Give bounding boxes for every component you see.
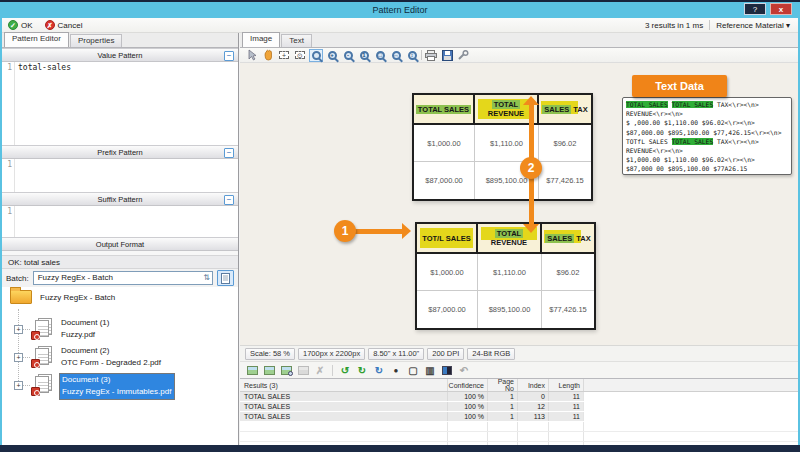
table-cell: $96.02 — [539, 125, 591, 161]
prefix-pattern-editor[interactable]: 1 — [2, 159, 238, 192]
view-document-button[interactable] — [217, 270, 234, 286]
header-line: TOTAL — [495, 229, 523, 238]
header-text: REVENUE — [488, 109, 524, 118]
suffix-pattern-editor[interactable]: 1 — [2, 206, 238, 237]
document-label[interactable]: Document (1)Fuzzy.pdf — [59, 317, 112, 342]
pattern-editor-window: Pattern Editor ? x ✓ OK ✗ Cancel 3 resul… — [0, 0, 800, 452]
image-canvas[interactable]: TOTAL SALESTOTALREVENUESALES TAX$1,000.0… — [240, 63, 798, 345]
collapse-icon[interactable]: − — [224, 148, 234, 158]
tab-text[interactable]: Text — [281, 34, 312, 47]
batch-value: Fuzzy RegEx - Batch — [38, 273, 113, 282]
save-icon[interactable] — [440, 49, 454, 62]
tab-image[interactable]: Image — [242, 32, 280, 47]
ok-check-icon: ✓ — [8, 20, 18, 30]
pdf-icon — [31, 387, 40, 396]
text-data-line: $87,000 00 $895,100.00 $77A26.15 — [626, 164, 788, 173]
tab-pattern-editor[interactable]: Pattern Editor — [4, 32, 69, 47]
rotate-cw-icon[interactable]: ↻ — [355, 364, 369, 377]
text-data-segment: TOTfL SALES — [626, 138, 672, 145]
zoom-out-icon[interactable]: - — [341, 49, 355, 62]
document-stack-icon — [33, 374, 53, 393]
expand-icon[interactable]: + — [14, 381, 23, 390]
output-format-title: Output Format — [96, 240, 144, 249]
document-title: Document (1) — [61, 317, 109, 329]
expand-icon[interactable]: + — [14, 353, 23, 362]
rotate-ccw-icon[interactable]: ↺ — [338, 364, 352, 377]
window-border-left — [0, 18, 2, 452]
expand-icon[interactable]: + — [14, 325, 23, 334]
results-title: Results (3) — [240, 382, 447, 389]
titlebar[interactable]: Pattern Editor ? x — [0, 0, 800, 18]
document-filename: OTC Form - Degraded 2.pdf — [61, 357, 161, 369]
collapse-icon[interactable]: − — [224, 51, 234, 61]
cancel-button[interactable]: ✗ Cancel — [39, 18, 89, 32]
pan-hand-icon[interactable] — [261, 49, 275, 62]
value-pattern-editor[interactable]: 1 total-sales — [2, 62, 238, 145]
text-data-line: $ ,000.00 $1,110.00 $96.02<\r><\n> — [626, 118, 788, 127]
zoom-fit-height-icon[interactable]: ↕ — [405, 49, 419, 62]
ok-button[interactable]: ✓ OK — [2, 18, 39, 32]
edit-image-icon[interactable] — [262, 364, 276, 377]
result-cell: 0 — [517, 392, 548, 401]
result-cell: TOTAL SALES — [240, 403, 447, 410]
result-cell: 1 — [487, 402, 517, 411]
batch-selector[interactable]: Fuzzy RegEx - Batch ⇅ — [33, 271, 213, 285]
refresh-icon[interactable]: ↻ — [372, 364, 386, 377]
despeckle-icon[interactable]: ● — [389, 364, 403, 377]
results-column-header: Index — [517, 379, 548, 391]
tab-properties[interactable]: Properties — [70, 34, 122, 47]
viewer-tabbar: ImageText — [240, 33, 798, 48]
inspect-image-icon[interactable] — [279, 364, 293, 377]
result-cell: TOTAL SALES — [240, 393, 447, 400]
tree-document-item[interactable]: +Document (2)OTC Form - Degraded 2.pdf — [2, 343, 236, 371]
select-region-icon[interactable]: + — [277, 49, 291, 62]
invert-icon[interactable] — [440, 364, 454, 377]
tree-document-item[interactable]: +Document (3)Fuzzy RegEx - Immutables.pd… — [2, 371, 236, 399]
result-row[interactable]: TOTAL SALES100 %1011 — [240, 392, 798, 402]
toolbar-separator — [709, 20, 710, 30]
empty-cell — [583, 432, 798, 441]
prefix-pattern-title: Prefix Pattern — [97, 148, 142, 157]
reference-material-label: Reference Material — [716, 21, 784, 30]
results-column-header: Page No — [487, 379, 517, 391]
tree-root-node[interactable]: Fuzzy RegEx - Batch — [10, 290, 115, 304]
zoom-region-icon[interactable]: ⊙ — [293, 49, 307, 62]
toolbar-separator — [332, 365, 333, 376]
result-row[interactable]: TOTAL SALES100 %111311 — [240, 412, 798, 422]
export-image-icon[interactable] — [245, 364, 259, 377]
tree-document-item[interactable]: +Document (1)Fuzzy.pdf — [2, 315, 236, 343]
zoom-fit-icon[interactable]: □ — [373, 49, 387, 62]
result-row[interactable]: TOTAL SALES100 %11211 — [240, 402, 798, 412]
print-icon[interactable] — [424, 49, 438, 62]
header-line: SALES TAX — [545, 234, 591, 243]
close-button[interactable]: x — [770, 3, 792, 15]
table-row: $87,000.00$895,100.00$77,426.15 — [414, 162, 591, 199]
collapse-icon[interactable]: − — [224, 195, 234, 205]
table-cell: $96.02 — [542, 254, 594, 290]
zoom-in-icon[interactable]: + — [325, 49, 339, 62]
batch-tree: Fuzzy RegEx - Batch +Document (1)Fuzzy.p… — [2, 287, 238, 445]
zoom-fit-width-icon[interactable]: ↔ — [389, 49, 403, 62]
document-label[interactable]: Document (2)OTC Form - Degraded 2.pdf — [59, 345, 164, 370]
result-cell: 12 — [517, 402, 548, 411]
zoom-tool-icon[interactable] — [309, 49, 323, 62]
output-format-header[interactable]: Output Format — [2, 237, 238, 251]
result-row-filler — [583, 392, 798, 401]
tools-icon[interactable] — [456, 49, 470, 62]
header-text: REVENUE — [491, 238, 527, 247]
reference-material-dropdown[interactable]: Reference Material ▾ — [716, 21, 790, 30]
layers-icon[interactable]: ▥ — [423, 364, 437, 377]
pointer-tool-icon[interactable] — [245, 49, 259, 62]
document-label[interactable]: Document (3)Fuzzy RegEx - Immutables.pdf — [59, 373, 175, 400]
crop-icon[interactable]: ▢ — [406, 364, 420, 377]
results-column-header: Length — [548, 379, 583, 391]
table-cell: $1,000.00 — [417, 254, 478, 290]
filter-icon[interactable]: ⇅ — [203, 272, 210, 284]
header-line: TOTAL SALES — [416, 105, 471, 114]
pattern-panel: Pattern EditorProperties Value Pattern −… — [2, 33, 239, 445]
help-button[interactable]: ? — [744, 3, 766, 15]
result-cell: 1 — [487, 392, 517, 401]
zoom-actual-icon[interactable]: 1 — [357, 49, 371, 62]
result-cell: 11 — [548, 402, 583, 411]
text-data-segment: TAX<\r><\n> — [713, 101, 759, 108]
